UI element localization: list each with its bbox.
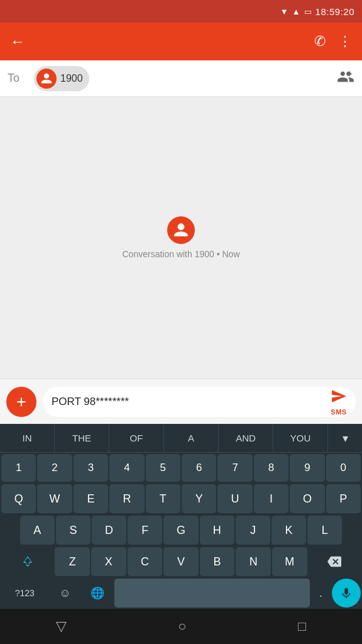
suggestion-the[interactable]: THE [55, 424, 109, 452]
key-f[interactable]: F [128, 516, 162, 545]
key-c[interactable]: C [128, 547, 163, 576]
nav-home-button[interactable]: ○ [178, 618, 186, 635]
mic-key[interactable] [332, 579, 361, 608]
add-attachment-button[interactable]: + [6, 387, 36, 417]
period-key[interactable]: . [311, 579, 331, 608]
message-area: Conversation with 1900 • Now [0, 97, 362, 379]
a-row: A S D F G H J K L [0, 514, 362, 546]
nav-recent-button[interactable]: □ [298, 618, 306, 635]
key-1[interactable]: 1 [1, 454, 36, 482]
key-7[interactable]: 7 [217, 454, 252, 482]
key-k[interactable]: K [272, 516, 306, 545]
send-icon [331, 388, 347, 408]
shift-key[interactable] [1, 547, 53, 576]
recipient-number: 1900 [60, 73, 83, 84]
keyboard: IN THE OF A AND YOU ▾ 1 2 3 4 5 6 7 8 9 … [0, 424, 362, 609]
key-9[interactable]: 9 [290, 454, 324, 482]
key-0[interactable]: 0 [326, 454, 361, 482]
key-a[interactable]: A [20, 516, 55, 545]
add-contact-button[interactable] [337, 68, 354, 89]
key-n[interactable]: N [236, 547, 271, 576]
key-4[interactable]: 4 [109, 454, 144, 482]
bottom-nav: ▽ ○ □ [0, 609, 362, 644]
key-y[interactable]: Y [182, 484, 216, 513]
key-p[interactable]: P [326, 484, 361, 513]
to-label: To [8, 72, 26, 85]
conversation-info: Conversation with 1900 • Now [123, 216, 240, 259]
suggestion-of[interactable]: OF [109, 424, 164, 452]
wifi-icon: ▼ [280, 7, 288, 16]
key-o[interactable]: O [290, 484, 324, 513]
key-j[interactable]: J [236, 516, 270, 545]
key-d[interactable]: D [92, 516, 126, 545]
key-3[interactable]: 3 [74, 454, 108, 482]
key-h[interactable]: H [200, 516, 234, 545]
key-i[interactable]: I [254, 484, 288, 513]
key-spacer-left [1, 516, 19, 545]
key-g[interactable]: G [163, 516, 198, 545]
key-u[interactable]: U [217, 484, 252, 513]
battery-icon: ▭ [304, 7, 312, 16]
key-s[interactable]: S [56, 516, 90, 545]
app-bar: ← ✆ ⋮ [0, 23, 362, 60]
space-key[interactable] [114, 579, 310, 608]
key-spacer-right [343, 516, 361, 545]
suggestions-expand[interactable]: ▾ [328, 424, 362, 452]
suggestion-and[interactable]: AND [219, 424, 273, 452]
key-z[interactable]: Z [55, 547, 90, 576]
emoji-key[interactable]: ☺ [50, 579, 81, 608]
conversation-label: Conversation with 1900 • Now [123, 249, 240, 259]
q-row: Q W E R T Y U I O P [0, 483, 362, 514]
status-bar: ▼ ▲ ▭ 18:59:20 [0, 0, 362, 23]
app-bar-right: ✆ ⋮ [314, 33, 352, 50]
key-8[interactable]: 8 [254, 454, 288, 482]
num-sym-key[interactable]: ?123 [1, 579, 48, 608]
send-button[interactable]: SMS [331, 388, 347, 416]
key-v[interactable]: V [163, 547, 199, 576]
app-bar-left: ← [10, 33, 25, 50]
status-icons: ▼ ▲ ▭ 18:59:20 [280, 6, 354, 17]
key-5[interactable]: 5 [146, 454, 180, 482]
suggestion-in[interactable]: IN [0, 424, 55, 452]
globe-key[interactable]: 🌐 [82, 579, 113, 608]
key-6[interactable]: 6 [182, 454, 216, 482]
bottom-key-row: ?123 ☺ 🌐 . [0, 577, 362, 609]
key-2[interactable]: 2 [37, 454, 72, 482]
z-row: Z X C V B N M [0, 546, 362, 577]
conversation-avatar [167, 216, 195, 244]
key-q[interactable]: Q [1, 484, 36, 513]
key-l[interactable]: L [307, 516, 342, 545]
number-row: 1 2 3 4 5 6 7 8 9 0 [0, 453, 362, 483]
message-input-wrap: SMS [43, 387, 356, 417]
status-time: 18:59:20 [315, 6, 354, 17]
signal-icon: ▲ [292, 7, 300, 16]
message-input[interactable] [52, 396, 326, 408]
to-field: To 1900 [0, 60, 362, 97]
delete-key[interactable] [309, 547, 361, 576]
input-row: + SMS [0, 379, 362, 424]
key-w[interactable]: W [37, 484, 72, 513]
back-button[interactable]: ← [10, 33, 25, 50]
suggestion-a[interactable]: A [164, 424, 219, 452]
more-options-button[interactable]: ⋮ [338, 33, 352, 50]
key-r[interactable]: R [109, 484, 144, 513]
key-t[interactable]: T [146, 484, 180, 513]
nav-back-button[interactable]: ▽ [56, 618, 67, 635]
key-m[interactable]: M [272, 547, 307, 576]
suggestion-you[interactable]: YOU [273, 424, 328, 452]
key-x[interactable]: X [91, 547, 126, 576]
call-button[interactable]: ✆ [314, 33, 326, 50]
key-e[interactable]: E [74, 484, 108, 513]
recipient-avatar [36, 69, 57, 89]
key-b[interactable]: B [200, 547, 235, 576]
suggestions-row: IN THE OF A AND YOU ▾ [0, 424, 362, 453]
send-label: SMS [331, 408, 346, 416]
recipient-chip[interactable]: 1900 [34, 66, 89, 91]
